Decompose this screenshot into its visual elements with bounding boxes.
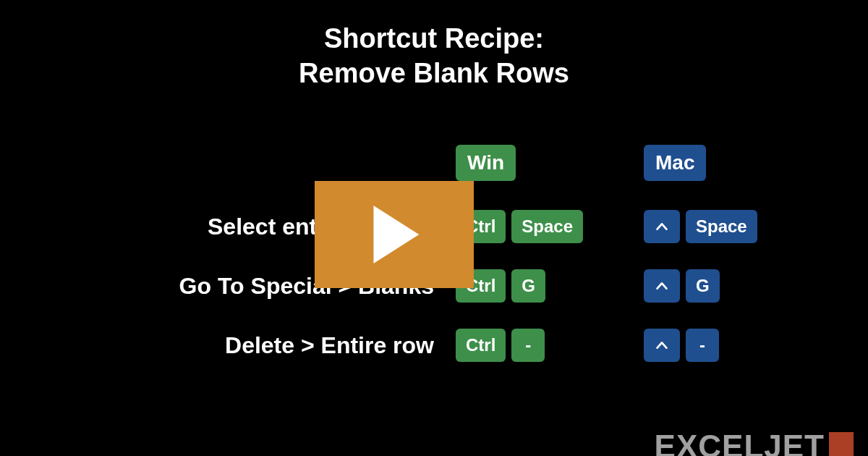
header-win: Win [456,145,516,181]
title-line-1: Shortcut Recipe: [0,22,868,56]
title-line-2: Remove Blank Rows [0,56,868,91]
row-label: Delete > Entire row [72,332,456,359]
header-mac: Mac [644,145,706,181]
key-control-icon [644,269,680,303]
brand-logo: EXCELJET [655,428,854,456]
key-ctrl: Ctrl [456,329,506,362]
key-control-icon [644,210,680,243]
key-g: G [686,269,720,303]
key-control-icon [644,329,680,362]
key-minus: - [511,329,545,362]
table-row: Delete > Entire row Ctrl - - [72,324,825,367]
play-icon [369,206,420,263]
key-space: Space [511,210,583,243]
logo-text: EXCELJET [655,428,825,456]
key-minus: - [686,329,719,362]
page-title: Shortcut Recipe: Remove Blank Rows [0,0,868,90]
logo-square-icon [829,432,854,456]
column-headers: Win Mac [72,141,825,185]
key-g: G [511,269,545,303]
svg-marker-0 [373,206,419,263]
key-space: Space [686,210,757,243]
play-button[interactable] [315,181,474,288]
